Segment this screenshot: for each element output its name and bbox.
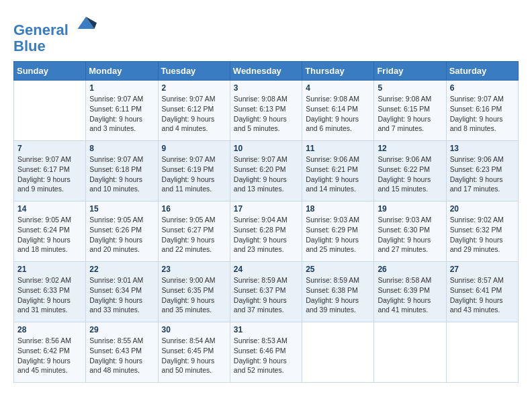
col-header-tuesday: Tuesday bbox=[158, 62, 230, 81]
logo: General Blue bbox=[13, 13, 97, 54]
day-number: 14 bbox=[17, 204, 82, 214]
day-info: Sunrise: 9:06 AM Sunset: 6:21 PM Dayligh… bbox=[306, 154, 370, 194]
day-cell: 12Sunrise: 9:06 AM Sunset: 6:22 PM Dayli… bbox=[374, 141, 446, 201]
col-header-wednesday: Wednesday bbox=[230, 62, 302, 81]
day-cell: 8Sunrise: 9:07 AM Sunset: 6:18 PM Daylig… bbox=[86, 141, 158, 201]
week-row-1: 1Sunrise: 9:07 AM Sunset: 6:11 PM Daylig… bbox=[14, 81, 519, 141]
week-row-2: 7Sunrise: 9:07 AM Sunset: 6:17 PM Daylig… bbox=[14, 141, 519, 201]
day-info: Sunrise: 9:07 AM Sunset: 6:19 PM Dayligh… bbox=[162, 154, 226, 194]
day-info: Sunrise: 9:07 AM Sunset: 6:11 PM Dayligh… bbox=[89, 94, 154, 134]
day-cell: 21Sunrise: 9:02 AM Sunset: 6:33 PM Dayli… bbox=[14, 262, 86, 322]
day-info: Sunrise: 9:08 AM Sunset: 6:14 PM Dayligh… bbox=[306, 94, 370, 134]
day-info: Sunrise: 8:58 AM Sunset: 6:39 PM Dayligh… bbox=[378, 275, 442, 315]
day-info: Sunrise: 9:07 AM Sunset: 6:12 PM Dayligh… bbox=[162, 94, 226, 134]
day-cell: 23Sunrise: 9:00 AM Sunset: 6:35 PM Dayli… bbox=[158, 262, 230, 322]
day-info: Sunrise: 9:00 AM Sunset: 6:35 PM Dayligh… bbox=[162, 275, 226, 315]
day-number: 30 bbox=[162, 325, 226, 334]
day-number: 24 bbox=[234, 265, 298, 274]
day-info: Sunrise: 8:55 AM Sunset: 6:43 PM Dayligh… bbox=[89, 336, 154, 375]
day-number: 26 bbox=[378, 265, 442, 274]
day-cell: 9Sunrise: 9:07 AM Sunset: 6:19 PM Daylig… bbox=[158, 141, 230, 201]
day-cell: 24Sunrise: 8:59 AM Sunset: 6:37 PM Dayli… bbox=[230, 262, 302, 322]
day-number: 8 bbox=[89, 144, 154, 153]
day-cell: 16Sunrise: 9:05 AM Sunset: 6:27 PM Dayli… bbox=[158, 201, 230, 262]
day-cell: 26Sunrise: 8:58 AM Sunset: 6:39 PM Dayli… bbox=[374, 262, 446, 322]
day-info: Sunrise: 9:05 AM Sunset: 6:24 PM Dayligh… bbox=[17, 215, 82, 255]
day-number: 27 bbox=[450, 265, 515, 274]
day-number: 5 bbox=[378, 83, 442, 93]
day-cell: 17Sunrise: 9:04 AM Sunset: 6:28 PM Dayli… bbox=[230, 201, 302, 262]
day-info: Sunrise: 9:03 AM Sunset: 6:30 PM Dayligh… bbox=[378, 215, 442, 255]
week-row-3: 14Sunrise: 9:05 AM Sunset: 6:24 PM Dayli… bbox=[14, 201, 519, 262]
day-info: Sunrise: 8:59 AM Sunset: 6:38 PM Dayligh… bbox=[306, 275, 370, 315]
col-header-friday: Friday bbox=[374, 62, 446, 81]
logo-icon bbox=[75, 12, 97, 34]
day-cell: 27Sunrise: 8:57 AM Sunset: 6:41 PM Dayli… bbox=[446, 262, 518, 322]
day-info: Sunrise: 9:01 AM Sunset: 6:34 PM Dayligh… bbox=[89, 275, 154, 315]
page-header: General Blue bbox=[13, 13, 519, 54]
day-info: Sunrise: 9:07 AM Sunset: 6:18 PM Dayligh… bbox=[89, 154, 154, 194]
day-number: 3 bbox=[234, 83, 298, 93]
day-cell: 30Sunrise: 8:54 AM Sunset: 6:45 PM Dayli… bbox=[158, 322, 230, 383]
col-header-sunday: Sunday bbox=[14, 62, 86, 81]
day-info: Sunrise: 9:08 AM Sunset: 6:15 PM Dayligh… bbox=[378, 94, 442, 134]
day-number: 18 bbox=[306, 204, 370, 214]
day-info: Sunrise: 8:54 AM Sunset: 6:45 PM Dayligh… bbox=[162, 336, 226, 375]
day-number: 2 bbox=[162, 83, 226, 93]
day-info: Sunrise: 9:02 AM Sunset: 6:32 PM Dayligh… bbox=[450, 215, 515, 255]
day-number: 15 bbox=[89, 204, 154, 214]
col-header-monday: Monday bbox=[86, 62, 158, 81]
day-cell: 7Sunrise: 9:07 AM Sunset: 6:17 PM Daylig… bbox=[14, 141, 86, 201]
day-cell: 1Sunrise: 9:07 AM Sunset: 6:11 PM Daylig… bbox=[86, 81, 158, 141]
day-info: Sunrise: 9:03 AM Sunset: 6:29 PM Dayligh… bbox=[306, 215, 370, 255]
day-number: 25 bbox=[306, 265, 370, 274]
day-info: Sunrise: 9:04 AM Sunset: 6:28 PM Dayligh… bbox=[234, 215, 298, 255]
day-info: Sunrise: 9:05 AM Sunset: 6:26 PM Dayligh… bbox=[89, 215, 154, 255]
day-cell: 19Sunrise: 9:03 AM Sunset: 6:30 PM Dayli… bbox=[374, 201, 446, 262]
day-info: Sunrise: 9:02 AM Sunset: 6:33 PM Dayligh… bbox=[17, 275, 82, 315]
day-number: 21 bbox=[17, 265, 82, 274]
day-cell: 31Sunrise: 8:53 AM Sunset: 6:46 PM Dayli… bbox=[230, 322, 302, 383]
logo-text: General bbox=[13, 13, 97, 38]
day-number: 11 bbox=[306, 144, 370, 153]
day-cell: 15Sunrise: 9:05 AM Sunset: 6:26 PM Dayli… bbox=[86, 201, 158, 262]
day-info: Sunrise: 9:08 AM Sunset: 6:13 PM Dayligh… bbox=[234, 94, 298, 134]
day-cell: 14Sunrise: 9:05 AM Sunset: 6:24 PM Dayli… bbox=[14, 201, 86, 262]
day-number: 9 bbox=[162, 144, 226, 153]
day-number: 20 bbox=[450, 204, 515, 214]
day-number: 16 bbox=[162, 204, 226, 214]
day-cell: 22Sunrise: 9:01 AM Sunset: 6:34 PM Dayli… bbox=[86, 262, 158, 322]
day-info: Sunrise: 9:07 AM Sunset: 6:17 PM Dayligh… bbox=[17, 154, 82, 194]
day-number: 31 bbox=[234, 325, 298, 334]
logo-blue: Blue bbox=[13, 38, 97, 54]
day-cell: 25Sunrise: 8:59 AM Sunset: 6:38 PM Dayli… bbox=[302, 262, 374, 322]
day-info: Sunrise: 9:07 AM Sunset: 6:16 PM Dayligh… bbox=[450, 94, 515, 134]
day-cell bbox=[14, 81, 86, 141]
day-number: 7 bbox=[17, 144, 82, 153]
day-info: Sunrise: 8:53 AM Sunset: 6:46 PM Dayligh… bbox=[234, 336, 298, 375]
day-number: 19 bbox=[378, 204, 442, 214]
calendar-table: SundayMondayTuesdayWednesdayThursdayFrid… bbox=[13, 61, 519, 383]
day-cell bbox=[374, 322, 446, 383]
header-row: SundayMondayTuesdayWednesdayThursdayFrid… bbox=[14, 62, 519, 81]
day-cell: 2Sunrise: 9:07 AM Sunset: 6:12 PM Daylig… bbox=[158, 81, 230, 141]
day-number: 28 bbox=[17, 325, 82, 334]
col-header-thursday: Thursday bbox=[302, 62, 374, 81]
day-info: Sunrise: 8:57 AM Sunset: 6:41 PM Dayligh… bbox=[450, 275, 515, 315]
day-info: Sunrise: 9:07 AM Sunset: 6:20 PM Dayligh… bbox=[234, 154, 298, 194]
day-cell: 4Sunrise: 9:08 AM Sunset: 6:14 PM Daylig… bbox=[302, 81, 374, 141]
logo-general: General bbox=[13, 21, 69, 38]
day-cell: 29Sunrise: 8:55 AM Sunset: 6:43 PM Dayli… bbox=[86, 322, 158, 383]
day-number: 6 bbox=[450, 83, 515, 93]
day-number: 1 bbox=[89, 83, 154, 93]
day-cell: 18Sunrise: 9:03 AM Sunset: 6:29 PM Dayli… bbox=[302, 201, 374, 262]
day-cell bbox=[446, 322, 518, 383]
day-number: 10 bbox=[234, 144, 298, 153]
day-info: Sunrise: 8:59 AM Sunset: 6:37 PM Dayligh… bbox=[234, 275, 298, 315]
week-row-5: 28Sunrise: 8:56 AM Sunset: 6:42 PM Dayli… bbox=[14, 322, 519, 383]
day-info: Sunrise: 9:05 AM Sunset: 6:27 PM Dayligh… bbox=[162, 215, 226, 255]
day-number: 17 bbox=[234, 204, 298, 214]
day-cell: 11Sunrise: 9:06 AM Sunset: 6:21 PM Dayli… bbox=[302, 141, 374, 201]
day-cell bbox=[302, 322, 374, 383]
day-info: Sunrise: 8:56 AM Sunset: 6:42 PM Dayligh… bbox=[17, 336, 82, 375]
